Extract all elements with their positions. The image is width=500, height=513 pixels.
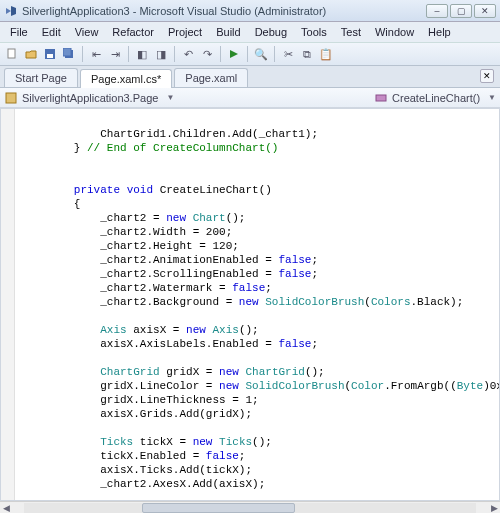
toolbar-sep bbox=[220, 46, 221, 62]
menu-project[interactable]: Project bbox=[162, 24, 208, 40]
new-file-icon[interactable] bbox=[4, 46, 20, 62]
menu-window[interactable]: Window bbox=[369, 24, 420, 40]
scroll-left-arrow-icon[interactable]: ◀ bbox=[0, 502, 12, 514]
class-icon bbox=[4, 91, 18, 105]
paste-icon[interactable]: 📋 bbox=[318, 46, 334, 62]
comment-icon[interactable]: ◧ bbox=[134, 46, 150, 62]
open-icon[interactable] bbox=[23, 46, 39, 62]
code-line: } bbox=[21, 142, 87, 154]
tab-start-page[interactable]: Start Page bbox=[4, 68, 78, 87]
code-line: _chart2.ScrollingEnabled = bbox=[21, 268, 278, 280]
cut-icon[interactable]: ✂ bbox=[280, 46, 296, 62]
menu-view[interactable]: View bbox=[69, 24, 105, 40]
code-line: gridX.LineColor = bbox=[21, 380, 219, 392]
class-name: SilverlightApplication3.Page bbox=[22, 92, 158, 104]
find-icon[interactable]: 🔍 bbox=[253, 46, 269, 62]
minimize-button[interactable]: – bbox=[426, 4, 448, 18]
toolbar-sep bbox=[174, 46, 175, 62]
code-line: axisX.Grids.Add(gridX); bbox=[21, 408, 252, 420]
code-text: CreateLineChart() bbox=[153, 184, 272, 196]
class-dropdown[interactable]: SilverlightApplication3.Page ▼ bbox=[4, 91, 374, 105]
code-line: _chart2.Watermark = bbox=[21, 282, 232, 294]
svg-rect-5 bbox=[6, 93, 16, 103]
code-editor[interactable]: ChartGrid1.Children.Add(_chart1); } // E… bbox=[0, 108, 500, 501]
code-line: axisX.Ticks.Add(tickX); bbox=[21, 464, 252, 476]
code-line bbox=[21, 184, 74, 196]
horizontal-scrollbar[interactable]: ◀ ▶ bbox=[0, 501, 500, 513]
code-line bbox=[21, 366, 100, 378]
maximize-button[interactable]: ▢ bbox=[450, 4, 472, 18]
menu-test[interactable]: Test bbox=[335, 24, 367, 40]
member-name: CreateLineChart() bbox=[392, 92, 480, 104]
svg-rect-4 bbox=[63, 48, 71, 56]
window-title: SilverlightApplication3 - Microsoft Visu… bbox=[22, 5, 426, 17]
vs-logo-icon bbox=[4, 4, 18, 18]
toolbar-sep bbox=[128, 46, 129, 62]
menu-build[interactable]: Build bbox=[210, 24, 246, 40]
uncomment-icon[interactable]: ◨ bbox=[153, 46, 169, 62]
chevron-down-icon: ▼ bbox=[488, 93, 496, 102]
document-tabs: Start Page Page.xaml.cs* Page.xaml ✕ bbox=[0, 66, 500, 88]
chevron-down-icon: ▼ bbox=[166, 93, 174, 102]
member-dropdown[interactable]: CreateLineChart() ▼ bbox=[374, 91, 496, 105]
code-navigation-bar: SilverlightApplication3.Page ▼ CreateLin… bbox=[0, 88, 500, 108]
menu-debug[interactable]: Debug bbox=[249, 24, 293, 40]
code-keyword: private bbox=[74, 184, 120, 196]
code-line: axisX.AxisLabels.Enabled = bbox=[21, 338, 278, 350]
toolbar-sep bbox=[274, 46, 275, 62]
code-line: _chart2.AxesX.Add(axisX); bbox=[21, 478, 265, 490]
tab-close-button[interactable]: ✕ bbox=[480, 69, 494, 83]
code-line: _chart2.AnimationEnabled = bbox=[21, 254, 278, 266]
toolbar: ⇤ ⇥ ◧ ◨ ↶ ↷ 🔍 ✂ ⧉ 📋 bbox=[0, 42, 500, 66]
tab-page-xaml[interactable]: Page.xaml bbox=[174, 68, 248, 87]
menu-refactor[interactable]: Refactor bbox=[106, 24, 160, 40]
menu-help[interactable]: Help bbox=[422, 24, 457, 40]
save-all-icon[interactable] bbox=[61, 46, 77, 62]
code-line: _chart2 = bbox=[21, 212, 166, 224]
code-line: { bbox=[21, 198, 80, 210]
save-icon[interactable] bbox=[42, 46, 58, 62]
method-icon bbox=[374, 91, 388, 105]
code-line: _chart2.Background = bbox=[21, 296, 239, 308]
toolbar-sep bbox=[82, 46, 83, 62]
code-line: tickX.Enabled = bbox=[21, 450, 206, 462]
menu-edit[interactable]: Edit bbox=[36, 24, 67, 40]
svg-rect-6 bbox=[376, 95, 386, 101]
code-line: _chart2.Height = 120; bbox=[21, 240, 239, 252]
code-line bbox=[21, 436, 100, 448]
code-content[interactable]: ChartGrid1.Children.Add(_chart1); } // E… bbox=[1, 109, 500, 501]
scrollbar-track[interactable] bbox=[24, 503, 476, 513]
title-bar: SilverlightApplication3 - Microsoft Visu… bbox=[0, 0, 500, 22]
svg-rect-0 bbox=[8, 49, 15, 58]
indent-icon[interactable]: ⇥ bbox=[107, 46, 123, 62]
scroll-right-arrow-icon[interactable]: ▶ bbox=[488, 502, 500, 514]
svg-rect-2 bbox=[47, 54, 53, 58]
scrollbar-thumb[interactable] bbox=[142, 503, 296, 513]
tab-page-xaml-cs[interactable]: Page.xaml.cs* bbox=[80, 69, 172, 88]
code-line: gridX.LineThickness = 1; bbox=[21, 394, 259, 406]
code-line: ChartGrid1.Children.Add(_chart1); bbox=[21, 128, 318, 140]
code-line: _chart2.Width = 200; bbox=[21, 226, 232, 238]
close-button[interactable]: ✕ bbox=[474, 4, 496, 18]
menu-tools[interactable]: Tools bbox=[295, 24, 333, 40]
copy-icon[interactable]: ⧉ bbox=[299, 46, 315, 62]
undo-icon[interactable]: ↶ bbox=[180, 46, 196, 62]
toolbar-sep bbox=[247, 46, 248, 62]
code-line bbox=[21, 324, 100, 336]
code-comment: // End of CreateColumnChart() bbox=[87, 142, 278, 154]
menu-file[interactable]: File bbox=[4, 24, 34, 40]
code-keyword: void bbox=[127, 184, 153, 196]
start-debug-icon[interactable] bbox=[226, 46, 242, 62]
redo-icon[interactable]: ↷ bbox=[199, 46, 215, 62]
window-controls: – ▢ ✕ bbox=[426, 4, 496, 18]
menu-bar: File Edit View Refactor Project Build De… bbox=[0, 22, 500, 42]
outdent-icon[interactable]: ⇤ bbox=[88, 46, 104, 62]
